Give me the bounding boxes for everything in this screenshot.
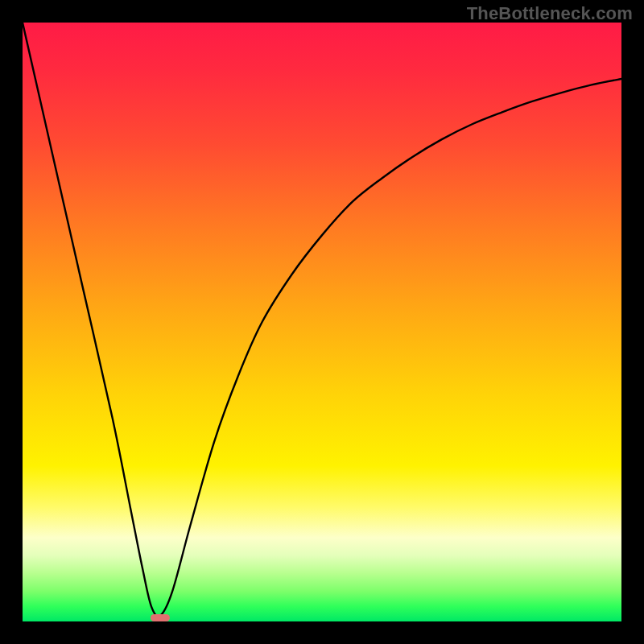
plot-area xyxy=(23,23,621,621)
bottleneck-curve xyxy=(23,23,621,621)
chart-frame: TheBottleneck.com xyxy=(0,0,644,644)
watermark-text: TheBottleneck.com xyxy=(467,3,633,24)
optimal-point-marker xyxy=(151,614,170,621)
